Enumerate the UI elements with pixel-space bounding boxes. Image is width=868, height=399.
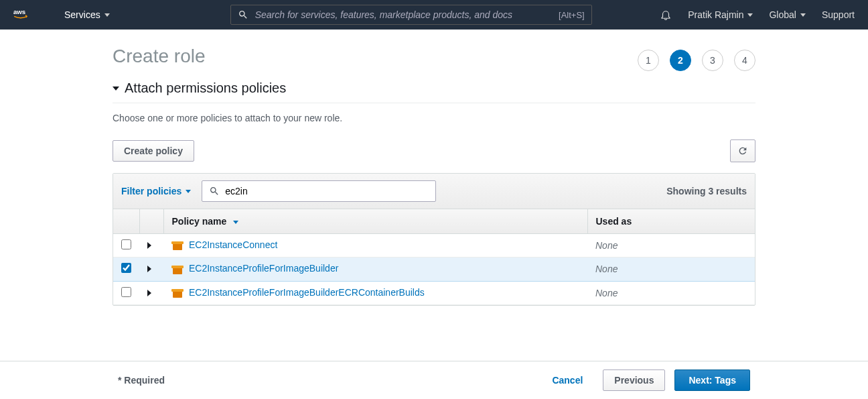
global-search[interactable]: [Alt+S] (230, 5, 592, 25)
filter-policies-label: Filter policies (121, 186, 182, 196)
region-label: Global (769, 9, 796, 20)
notifications-button[interactable] (660, 9, 672, 21)
search-input[interactable] (255, 9, 552, 20)
policies-panel: Filter policies Showing 3 results Policy… (113, 173, 755, 306)
topnav-right: Pratik Rajmin Global Support (660, 9, 855, 21)
table-row: EC2InstanceProfileForImageBuilderECRCont… (113, 281, 755, 304)
wizard-steps: 1 2 3 4 (638, 50, 755, 71)
support-label: Support (822, 9, 855, 20)
policy-link[interactable]: EC2InstanceConnect (189, 239, 277, 250)
toolbar: Create policy (113, 139, 755, 162)
username: Pratik Rajmin (688, 9, 743, 20)
expand-row-icon[interactable] (147, 290, 151, 296)
aws-logo-icon: aws (13, 7, 38, 22)
used-as-value: None (595, 240, 618, 251)
policy-icon (171, 264, 184, 276)
results-count: Showing 3 results (666, 186, 747, 196)
services-label: Services (64, 9, 100, 20)
search-icon (238, 9, 248, 20)
used-as-value: None (595, 288, 618, 298)
svg-text:aws: aws (13, 8, 25, 15)
region-menu[interactable]: Global (769, 9, 805, 20)
refresh-icon (737, 146, 748, 156)
column-header-policy-name[interactable]: Policy name (163, 209, 587, 234)
filter-input-wrap (202, 180, 436, 202)
caret-down-icon (104, 13, 110, 17)
section-title: Attach permissions policies (125, 80, 286, 96)
collapse-toggle-icon[interactable] (113, 87, 119, 91)
caret-down-icon (747, 13, 753, 17)
row-checkbox[interactable] (121, 263, 131, 273)
caret-down-icon (800, 13, 806, 17)
sort-icon (233, 221, 238, 224)
support-menu[interactable]: Support (822, 9, 855, 20)
column-header-checkbox (113, 209, 139, 234)
services-menu[interactable]: Services (64, 9, 110, 20)
used-as-value: None (595, 264, 618, 274)
column-header-used-as[interactable]: Used as (587, 209, 755, 234)
wizard-step-3[interactable]: 3 (702, 50, 723, 71)
aws-logo[interactable]: aws (13, 7, 38, 22)
refresh-button[interactable] (730, 139, 755, 162)
section-description: Choose one or more policies to attach to… (113, 113, 755, 123)
col-policy-name-label: Policy name (172, 216, 227, 227)
search-icon (209, 186, 220, 196)
account-menu[interactable]: Pratik Rajmin (688, 9, 753, 20)
column-header-expand (139, 209, 163, 234)
table-row: EC2InstanceProfileForImageBuilder None (113, 258, 755, 281)
filter-policies-dropdown[interactable]: Filter policies (121, 186, 191, 196)
wizard-step-4[interactable]: 4 (734, 50, 755, 71)
filter-bar: Filter policies Showing 3 results (113, 174, 755, 209)
policy-link[interactable]: EC2InstanceProfileForImageBuilderECRCont… (189, 287, 425, 298)
row-checkbox[interactable] (121, 287, 131, 297)
caret-down-icon (186, 190, 191, 193)
bell-icon (660, 9, 672, 21)
filter-input[interactable] (225, 186, 429, 196)
table-row: EC2InstanceConnect None (113, 234, 755, 258)
policies-table: Policy name Used as EC2InstanceConnect N… (113, 209, 755, 305)
main-container: Create role Attach permissions policies … (113, 30, 755, 359)
row-checkbox[interactable] (121, 239, 131, 249)
expand-row-icon[interactable] (147, 242, 151, 249)
expand-row-icon[interactable] (147, 266, 151, 272)
wizard-step-1[interactable]: 1 (638, 50, 659, 71)
policy-icon (171, 239, 184, 251)
create-policy-button[interactable]: Create policy (113, 140, 194, 162)
top-nav: aws Services [Alt+S] Pratik Rajmin Globa… (0, 0, 868, 30)
search-shortcut: [Alt+S] (559, 10, 585, 20)
wizard-step-2[interactable]: 2 (670, 50, 691, 71)
section-header: Attach permissions policies (113, 80, 755, 103)
policy-icon (171, 287, 184, 299)
policy-link[interactable]: EC2InstanceProfileForImageBuilder (189, 263, 338, 274)
